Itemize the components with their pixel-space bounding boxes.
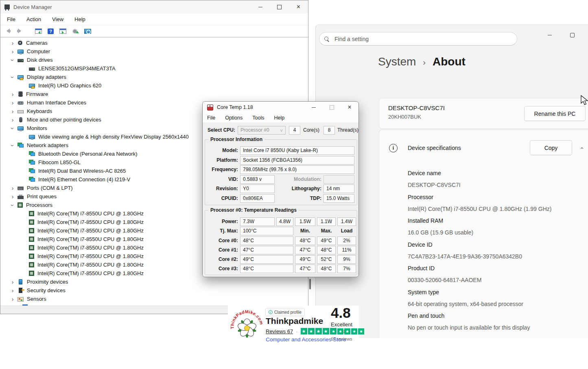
maximize-button[interactable] — [323, 102, 341, 113]
chevron-right-icon[interactable] — [10, 57, 15, 63]
core-load: 7% — [337, 265, 356, 273]
chevron-right-icon[interactable] — [9, 109, 16, 114]
tree-item[interactable]: LENSE30512GMSP34MEAT3TA — [0, 64, 307, 73]
revision-value: Y0 — [240, 184, 275, 193]
chevron-right-icon[interactable] — [10, 202, 15, 208]
spec-item: Installed RAM 16.0 GB (15.9 GB usable) — [408, 216, 588, 240]
reviews-link[interactable]: Reviews 67 — [266, 328, 293, 334]
tree-item[interactable]: Disk drives — [0, 56, 307, 64]
tree-item-label: Fibocom L850-GL — [38, 159, 81, 165]
maximize-button[interactable] — [270, 0, 289, 13]
maximize-button[interactable] — [563, 29, 581, 41]
show-window-icon[interactable] — [59, 28, 66, 34]
menu-options[interactable]: Options — [225, 115, 243, 121]
search-input[interactable] — [334, 35, 512, 43]
tree-item[interactable]: Security devices — [0, 286, 307, 295]
maximize-icon — [330, 105, 334, 110]
copy-button[interactable]: Copy — [530, 140, 572, 155]
close-button[interactable]: × — [341, 102, 358, 113]
chevron-right-icon[interactable] — [9, 100, 16, 106]
tree-item[interactable]: Proximity devices — [0, 278, 307, 286]
menu-tools[interactable]: Tools — [252, 115, 264, 121]
core-temp-row: Core #1: 47°C 47°C 48°C 11% — [205, 246, 357, 254]
scrollbar-thumb[interactable] — [309, 279, 311, 289]
help-icon[interactable]: ? — [48, 28, 54, 34]
chevron-right-icon[interactable] — [9, 185, 16, 191]
tree-item[interactable]: Firmware — [0, 90, 307, 98]
core-min-temp: 49°C — [295, 255, 315, 264]
menu-bar: File Action View Help — [0, 13, 308, 25]
device-icon — [29, 211, 34, 216]
tree-item-label: Computer — [27, 48, 50, 54]
core-load: 9% — [337, 255, 356, 264]
chevron-right-icon[interactable] — [9, 279, 16, 285]
minimize-button[interactable] — [251, 0, 270, 13]
core-current-temp: 48°C — [240, 237, 293, 245]
menu-file[interactable]: File — [207, 115, 215, 121]
power-row: Power: 7.3W 4.8W 1.5W 1.1W 1.4W — [205, 217, 357, 226]
core-label: Core #0: — [205, 237, 238, 245]
menu-help[interactable]: Help — [74, 16, 85, 22]
tree-item[interactable]: Display adapters — [0, 73, 307, 81]
menu-action[interactable]: Action — [26, 16, 41, 22]
star-icon — [358, 328, 364, 334]
star-icon — [308, 328, 315, 334]
tree-item[interactable]: Intel(R) UHD Graphics 620 — [0, 81, 307, 90]
chevron-right-icon[interactable] — [9, 288, 16, 293]
core-temp-titlebar[interactable]: Core Temp 1.18 × — [203, 102, 358, 113]
tree-item[interactable]: Cameras — [0, 39, 307, 47]
frequency-value: 798.05MHz (99.76 x 8.0) — [240, 165, 354, 174]
chevron-right-icon[interactable] — [9, 296, 16, 302]
cpu-select-row: Select CPU: Processor #0 4 Core(s) 8 Thr… — [203, 126, 356, 135]
revision-label: Revision: — [205, 184, 238, 193]
menu-bar: File Options Tools Help — [203, 113, 358, 123]
chevron-right-icon[interactable] — [9, 40, 16, 46]
window-controls: × — [251, 0, 308, 13]
frequency-label: Frequency: — [205, 165, 238, 174]
star-icon — [330, 328, 337, 334]
update-driver-icon[interactable] — [72, 28, 79, 34]
chevron-right-icon[interactable] — [9, 194, 16, 200]
tdp-value: 15.0 Watts — [324, 194, 354, 203]
chevron-right-icon[interactable] — [10, 142, 15, 149]
chevron-right-icon[interactable] — [9, 117, 16, 123]
tree-item[interactable]: Computer — [0, 47, 307, 56]
chevron-right-icon[interactable] — [9, 49, 16, 54]
core-label: Core #3: — [205, 265, 238, 273]
chevron-right-icon[interactable] — [10, 74, 15, 80]
window-controls: × — [305, 102, 358, 113]
menu-help[interactable]: Help — [274, 115, 284, 121]
tree-item-label: Intel(R) Core(TM) i7-8550U CPU @ 1.80GHz — [37, 236, 144, 242]
power-min: 1.5W — [295, 217, 315, 226]
spec-value: Intel(R) Core(TM) i7-8550U CPU @ 1.80GHz… — [408, 204, 588, 213]
spec-label: Installed RAM — [408, 216, 588, 225]
rename-pc-button[interactable]: Rename this PC — [524, 106, 586, 121]
back-icon[interactable] — [4, 28, 13, 34]
menu-file[interactable]: File — [7, 16, 15, 22]
settings-search[interactable] — [319, 32, 517, 46]
star-icon — [344, 328, 350, 334]
show-properties-icon[interactable] — [35, 28, 42, 34]
close-button[interactable]: × — [289, 0, 308, 13]
chevron-right-icon[interactable] — [9, 91, 16, 97]
spec-label: System type — [408, 288, 588, 297]
tree-item-label: Ports (COM & LPT) — [27, 185, 73, 191]
modulation-label: Modulation: — [270, 175, 321, 184]
close-icon: × — [297, 4, 300, 10]
cpu-selector-dropdown[interactable]: Processor #0 — [238, 126, 286, 135]
tree-item-label: Keyboards — [27, 108, 52, 114]
minimize-icon — [312, 107, 316, 108]
breadcrumb-system[interactable]: System — [378, 55, 416, 68]
chevron-right-icon[interactable] — [10, 125, 15, 132]
menu-view[interactable]: View — [52, 16, 63, 22]
tree-item[interactable]: Sensors — [0, 295, 307, 303]
scan-hardware-icon[interactable] — [84, 29, 91, 34]
minimize-button[interactable] — [305, 102, 323, 113]
core-max-temp: 52°C — [317, 255, 336, 264]
spec-item: Product ID 00330-52060-64817-AAOEM — [408, 264, 588, 288]
device-manager-titlebar[interactable]: Device Manager × — [0, 0, 308, 13]
minimize-button[interactable] — [541, 29, 559, 41]
forward-icon[interactable] — [15, 28, 24, 34]
chevron-up-icon[interactable] — [578, 147, 585, 149]
tree-item-label: Mice and other pointing devices — [27, 117, 101, 123]
